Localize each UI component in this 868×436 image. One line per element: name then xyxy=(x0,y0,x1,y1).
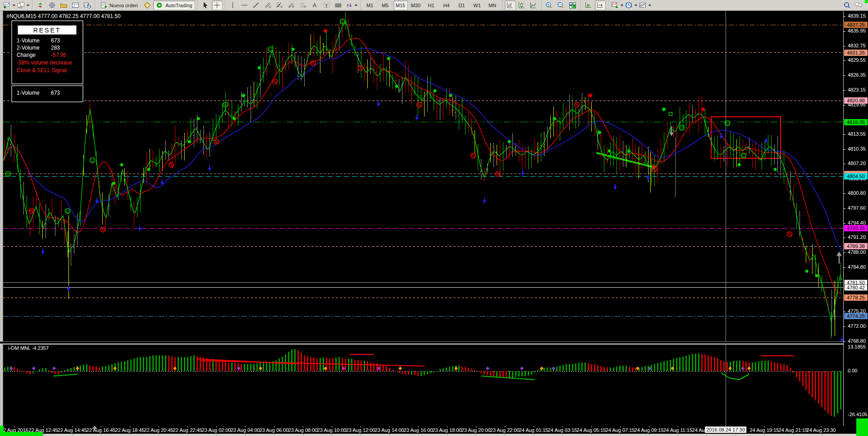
metaeditor-button[interactable] xyxy=(142,0,152,10)
strip-tick xyxy=(447,434,448,436)
green-dot-marker xyxy=(120,163,123,166)
chevron-down-icon xyxy=(649,5,651,6)
strip-tick xyxy=(361,434,361,436)
chart-shift-button[interactable] xyxy=(595,0,606,10)
strip-tick xyxy=(822,434,822,436)
new-order-button[interactable]: Nueva orden xyxy=(97,0,141,10)
text-label-button[interactable]: T xyxy=(321,0,332,10)
time-label: 24 Aug 19:15 xyxy=(750,427,779,433)
time-label: 23 Aug 16:00 xyxy=(404,427,433,433)
new-chart-button[interactable] xyxy=(3,0,16,10)
time-label: 23 Aug 14:00 xyxy=(375,427,404,433)
green-dot-marker xyxy=(258,66,261,69)
chat-button[interactable] xyxy=(853,0,864,10)
autotrading-button[interactable]: AutoTrading xyxy=(153,0,195,10)
crosshair-button[interactable] xyxy=(212,0,223,10)
shapes-button[interactable] xyxy=(333,0,344,10)
indicator-subwindow[interactable] xyxy=(3,344,843,426)
fibo-retracement-icon: F xyxy=(276,2,283,9)
timeframe-m1[interactable]: M1 xyxy=(363,0,377,10)
trendline-button[interactable] xyxy=(251,0,262,10)
price-tick-label: 4791.20 xyxy=(848,234,866,240)
strategy-tester-button[interactable] xyxy=(82,0,92,10)
text-icon: A xyxy=(311,2,319,9)
price-tick xyxy=(844,223,845,224)
time-label: 23 Aug 18:00 xyxy=(433,427,462,433)
navigator-button[interactable] xyxy=(58,0,69,10)
terminal-icon xyxy=(72,2,79,9)
zoom-out-button[interactable] xyxy=(556,0,566,10)
change-row: Change-57.95 xyxy=(17,52,36,58)
indicator-green-line xyxy=(53,374,78,376)
sell-arrow-icon xyxy=(67,285,70,291)
reset-button[interactable]: RESET xyxy=(18,25,77,35)
strip-tick xyxy=(649,434,649,436)
sell-arrow-icon xyxy=(208,165,211,171)
fibo-fan-button[interactable]: F xyxy=(286,0,297,10)
tile-windows-button[interactable] xyxy=(567,0,578,10)
vertical-line-button[interactable] xyxy=(228,0,238,10)
green-dot-marker xyxy=(387,57,390,60)
timeframe-d1[interactable]: D1 xyxy=(455,0,469,10)
timeframe-w1[interactable]: W1 xyxy=(470,0,484,10)
scroll-marker[interactable] xyxy=(92,426,97,429)
strip-tick xyxy=(418,434,419,436)
bar-chart-button[interactable] xyxy=(505,0,516,10)
main-chart[interactable] xyxy=(3,11,843,341)
red-diamond-marker xyxy=(323,28,328,33)
periods-button[interactable] xyxy=(625,0,638,10)
timeframe-mn[interactable]: MN xyxy=(485,0,500,10)
strip-tick xyxy=(591,434,592,436)
timeframe-m5[interactable]: M5 xyxy=(378,0,393,10)
timeframe-h4[interactable]: H4 xyxy=(439,0,454,10)
sell-arrow-icon xyxy=(483,198,486,204)
price-tick xyxy=(844,31,845,32)
sub-axis-top: 13.1855 xyxy=(848,344,866,349)
fibo-expansion-button[interactable]: F xyxy=(298,0,309,10)
zoom-in-button[interactable] xyxy=(544,0,555,10)
timeframe-m15[interactable]: M15 xyxy=(393,0,408,10)
time-axis[interactable]: 22 Aug 201622 Aug 12:4522 Aug 14:4522 Au… xyxy=(3,426,868,434)
profiles-button[interactable] xyxy=(17,0,30,10)
time-label: 22 Aug 22:45 xyxy=(173,427,202,433)
time-label: 22 Aug 14:45 xyxy=(58,427,87,433)
price-tick-label: 4823.15 xyxy=(848,87,866,92)
timeframe-m30[interactable]: M30 xyxy=(409,0,423,10)
market-watch-button[interactable] xyxy=(35,0,46,10)
timeframe-h1[interactable]: H1 xyxy=(424,0,439,10)
indicator-green-line xyxy=(739,374,749,380)
arrows-button[interactable] xyxy=(345,0,358,10)
cursor-button[interactable] xyxy=(200,0,211,10)
candlestick-chart-button[interactable] xyxy=(516,0,527,10)
line-chart-button[interactable] xyxy=(528,0,539,10)
subwindow-divider[interactable] xyxy=(0,341,868,344)
terminal-button[interactable] xyxy=(70,0,81,10)
time-label: 22 Aug 18:45 xyxy=(115,427,145,433)
horizontal-line-button[interactable] xyxy=(239,0,250,10)
sell-arrow-icon xyxy=(415,115,419,120)
no-entry-marker-icon xyxy=(496,172,501,177)
signal-diamond-icon xyxy=(486,367,489,370)
equidistant-channel-button[interactable]: E xyxy=(263,0,274,10)
auto-scroll-button[interactable] xyxy=(583,0,594,10)
time-label: 24 Aug 21:15 xyxy=(779,427,808,433)
fibo-fan-icon: F xyxy=(288,2,295,9)
sell-arrow-icon xyxy=(646,174,650,180)
indicators-button[interactable] xyxy=(611,0,624,10)
signal-diamond-icon xyxy=(9,367,13,370)
price-tick-label: 4829.55 xyxy=(848,57,866,63)
price-axis[interactable]: 4839.154835.954832.754829.554826.354823.… xyxy=(843,11,868,426)
price-tag-4789.38: 4789.38 xyxy=(844,243,868,249)
signal-diamond-icon xyxy=(52,367,56,370)
search-button[interactable] xyxy=(841,0,852,10)
price-tick xyxy=(844,267,845,268)
fibo-retracement-button[interactable]: F xyxy=(274,0,285,10)
templates-button[interactable] xyxy=(639,0,652,10)
text-button[interactable]: A xyxy=(310,0,320,10)
data-window-button[interactable] xyxy=(46,0,57,10)
volume-panel-2: 1-Volume673 xyxy=(11,85,83,102)
cursor-icon xyxy=(201,2,209,9)
arrows-icon xyxy=(345,2,353,9)
sell-arrow-icon xyxy=(377,101,380,106)
price-tick-label: 4832.75 xyxy=(848,43,866,48)
